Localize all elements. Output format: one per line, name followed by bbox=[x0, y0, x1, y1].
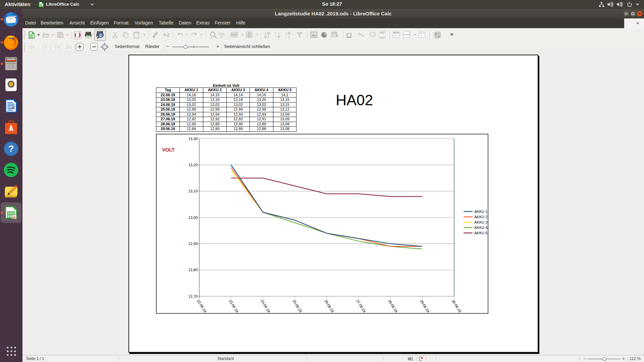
svg-text:12,70: 12,70 bbox=[188, 294, 198, 298]
svg-text:VOLT: VOLT bbox=[162, 147, 175, 153]
svg-text:27.06.19: 27.06.19 bbox=[356, 299, 367, 313]
svg-text:13,00: 13,00 bbox=[188, 216, 198, 220]
svg-text:AKKU 5: AKKU 5 bbox=[474, 231, 487, 235]
svg-text:*: * bbox=[421, 357, 423, 361]
svg-text:12,80: 12,80 bbox=[188, 268, 198, 272]
svg-text:25.06.19: 25.06.19 bbox=[292, 299, 303, 313]
svg-text:26.06.19: 26.06.19 bbox=[324, 299, 335, 313]
svg-text:28.06.19: 28.06.19 bbox=[387, 299, 398, 313]
svg-text:Abc: Abc bbox=[218, 32, 225, 36]
svg-text:AKKU 3: AKKU 3 bbox=[474, 220, 487, 224]
svg-text:22.06.19: 22.06.19 bbox=[196, 299, 207, 313]
svg-text:29.06.19: 29.06.19 bbox=[419, 299, 430, 313]
svg-text:AKKU 1: AKKU 1 bbox=[474, 209, 487, 214]
svg-text:A: A bbox=[163, 32, 167, 38]
svg-text:23.06.19: 23.06.19 bbox=[228, 299, 239, 313]
svg-text:AKKU 4: AKKU 4 bbox=[474, 226, 487, 230]
svg-text:?: ? bbox=[8, 144, 14, 154]
svg-text:13,10: 13,10 bbox=[188, 189, 198, 193]
svg-text:12,90: 12,90 bbox=[188, 242, 198, 246]
svg-text:30.06.19: 30.06.19 bbox=[451, 299, 462, 313]
svg-text:24.06.19: 24.06.19 bbox=[260, 299, 271, 313]
svg-text:AKKU 2: AKKU 2 bbox=[474, 215, 487, 219]
svg-text:13,30: 13,30 bbox=[188, 137, 198, 141]
svg-text:Ω: Ω bbox=[346, 31, 352, 39]
svg-text:13,20: 13,20 bbox=[188, 163, 198, 167]
